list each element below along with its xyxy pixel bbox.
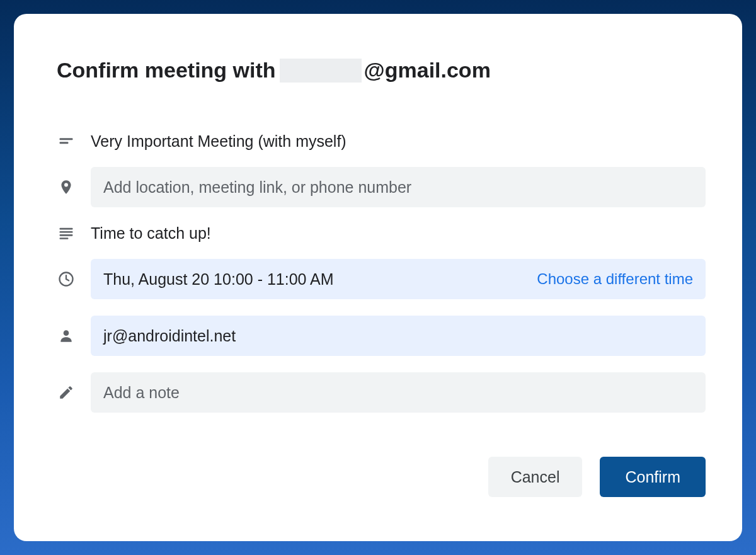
description-text: Time to catch up!: [91, 224, 211, 243]
svg-point-7: [64, 330, 69, 336]
svg-rect-5: [60, 237, 69, 239]
note-input[interactable]: [103, 384, 693, 402]
attendee-value: jr@androidintel.net: [103, 327, 236, 345]
attendee-row: jr@androidintel.net: [57, 316, 706, 356]
note-field[interactable]: [91, 372, 706, 413]
title-prefix: Confirm meeting with: [57, 58, 276, 83]
svg-rect-3: [60, 231, 73, 233]
choose-different-time-link[interactable]: Choose a different time: [537, 270, 693, 288]
location-pin-icon: [57, 178, 76, 197]
dialog-title: Confirm meeting with @gmail.com: [57, 58, 706, 83]
location-field[interactable]: [91, 167, 706, 207]
note-row: [57, 372, 706, 413]
time-row: Thu, August 20 10:00 - 11:00 AM Choose a…: [57, 259, 706, 299]
clock-icon: [57, 270, 76, 289]
location-row: [57, 167, 706, 207]
location-input[interactable]: [103, 178, 693, 197]
form-rows: Very Important Meeting (with myself): [57, 132, 706, 413]
subject-text: Very Important Meeting (with myself): [91, 132, 346, 151]
subject-row: Very Important Meeting (with myself): [57, 132, 706, 151]
dialog-actions: Cancel Confirm: [488, 457, 706, 497]
subject-icon: [57, 132, 76, 151]
meeting-confirm-dialog: Confirm meeting with @gmail.com Very Imp…: [14, 14, 742, 541]
cancel-button[interactable]: Cancel: [488, 457, 583, 497]
time-value: Thu, August 20 10:00 - 11:00 AM: [103, 270, 334, 289]
time-field[interactable]: Thu, August 20 10:00 - 11:00 AM Choose a…: [91, 259, 706, 299]
description-row: Time to catch up!: [57, 224, 706, 243]
title-redacted-email-local: [280, 59, 362, 83]
svg-rect-0: [60, 138, 73, 140]
svg-rect-1: [60, 142, 69, 144]
pencil-icon: [57, 383, 76, 402]
notes-icon: [57, 224, 76, 243]
svg-rect-2: [60, 228, 73, 230]
svg-rect-4: [60, 234, 73, 236]
person-icon: [57, 326, 76, 345]
title-suffix: @gmail.com: [364, 58, 491, 83]
confirm-button[interactable]: Confirm: [600, 457, 706, 497]
attendee-field[interactable]: jr@androidintel.net: [91, 316, 706, 356]
